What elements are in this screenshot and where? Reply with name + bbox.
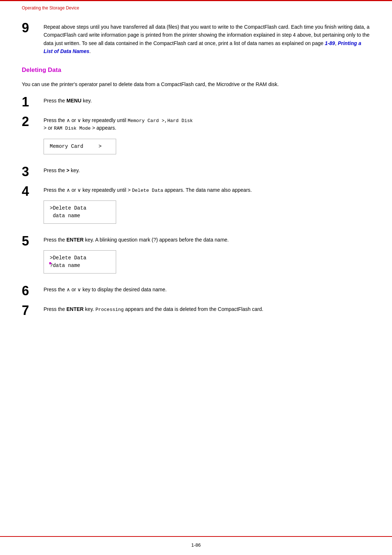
step-9-number: 9 <box>22 21 44 35</box>
step-5-content: Press the ENTER key. A blinking question… <box>44 235 370 278</box>
page: Operating the Storage Device 9 Repeat ab… <box>0 0 392 555</box>
step-3-content: Press the > key. <box>44 165 370 177</box>
step-6-block: 6 Press the ∧ or ∨ key to display the de… <box>22 284 370 297</box>
step-2-block: 2 Press the ∧ or ∨ key repeatedly until … <box>22 115 370 159</box>
step-5-bold: ENTER <box>66 237 83 243</box>
step-4-text: Press the ∧ or ∨ key repeatedly until > … <box>44 186 370 194</box>
step-7-number: 7 <box>22 304 44 317</box>
step-7-code: Processing <box>95 307 124 312</box>
step-4-block: 4 Press the ∧ or ∨ key repeatedly until … <box>22 185 370 228</box>
step-3-text: Press the > key. <box>44 167 370 174</box>
step-9-block: 9 Repeat above steps until you have tran… <box>22 21 370 56</box>
step-5-cursor-icon: ■ <box>49 260 52 267</box>
step-4-display-line2: data name <box>50 212 110 220</box>
step-5-text: Press the ENTER key. A blinking question… <box>44 236 370 244</box>
step-2-code1: Memory Card >,Hard Disk <box>128 118 193 123</box>
step-1-number: 1 <box>22 96 44 109</box>
step-2-text: Press the ∧ or ∨ key repeatedly until Me… <box>44 117 370 132</box>
intro-paragraph: You can use the printer's operator panel… <box>22 80 370 88</box>
header: Operating the Storage Device <box>0 1 392 11</box>
bottom-rule <box>0 536 392 537</box>
step-9-text-end: . <box>89 48 91 54</box>
step-2-number: 2 <box>22 115 44 128</box>
step-7-content: Press the ENTER key. Processing appears … <box>44 304 370 316</box>
step-9-content: Repeat above steps until you have transf… <box>44 21 370 56</box>
step-3-bold: > <box>66 167 69 173</box>
breadcrumb: Operating the Storage Device <box>22 5 79 11</box>
step-4-display-line1: >Delete Data <box>50 204 110 212</box>
footer: 1-86 <box>0 542 392 548</box>
main-content: 9 Repeat above steps until you have tran… <box>0 11 392 345</box>
step-2-display: Memory Card > <box>44 139 116 154</box>
step-6-text: Press the ∧ or ∨ key to display the desi… <box>44 286 370 293</box>
step-4-code: Delete Data <box>132 188 163 193</box>
step-5-display: >Delete Data ■?data name <box>44 250 116 274</box>
step-1-text: Press the MENU key. <box>44 97 370 105</box>
step-6-content: Press the ∧ or ∨ key to display the desi… <box>44 284 370 296</box>
step-2-display-line1: Memory Card > <box>50 143 110 150</box>
step-6-number: 6 <box>22 284 44 297</box>
step-7-block: 7 Press the ENTER key. Processing appear… <box>22 304 370 317</box>
step-1-block: 1 Press the MENU key. <box>22 96 370 109</box>
step-4-display: >Delete Data data name <box>44 200 116 224</box>
step-3-number: 3 <box>22 165 44 178</box>
step-1-content: Press the MENU key. <box>44 96 370 107</box>
section-heading: Deleting Data <box>22 66 370 74</box>
step-3-block: 3 Press the > key. <box>22 165 370 178</box>
step-4-content: Press the ∧ or ∨ key repeatedly until > … <box>44 185 370 228</box>
step-7-text: Press the ENTER key. Processing appears … <box>44 305 370 313</box>
step-9-page-ref: 1-89 <box>325 40 335 46</box>
step-5-number: 5 <box>22 235 44 248</box>
step-5-display-line1: >Delete Data <box>50 254 110 262</box>
step-4-number: 4 <box>22 185 44 198</box>
step-1-bold: MENU <box>66 98 81 104</box>
step-5-display-line2: ■?data name <box>50 262 110 270</box>
step-2-code2: RAM Disk Mode <box>54 126 90 131</box>
step-7-bold: ENTER <box>66 306 83 312</box>
step-5-block: 5 Press the ENTER key. A blinking questi… <box>22 235 370 278</box>
page-number: 1-86 <box>191 542 201 548</box>
step-2-content: Press the ∧ or ∨ key repeatedly until Me… <box>44 115 370 159</box>
step-9-text-before: Repeat above steps until you have transf… <box>44 24 369 46</box>
steps-area: 1 Press the MENU key. 2 Press the ∧ or ∨… <box>22 96 370 317</box>
